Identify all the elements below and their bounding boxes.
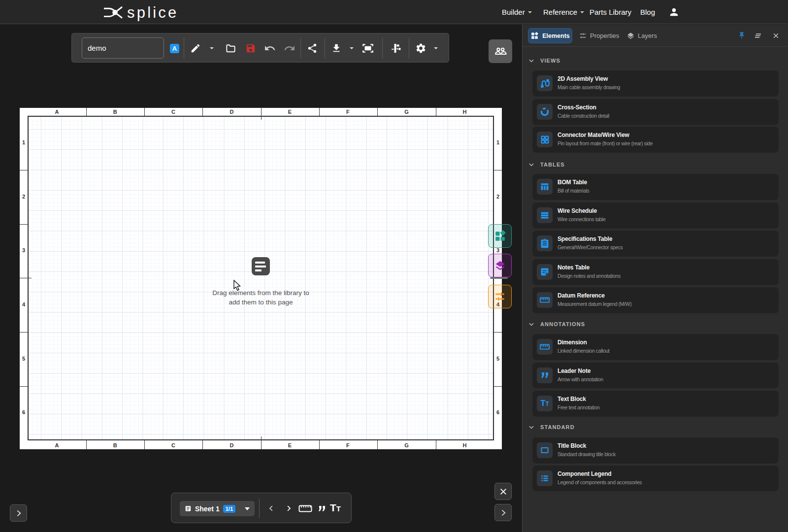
svg-text:splice: splice — [127, 4, 178, 21]
